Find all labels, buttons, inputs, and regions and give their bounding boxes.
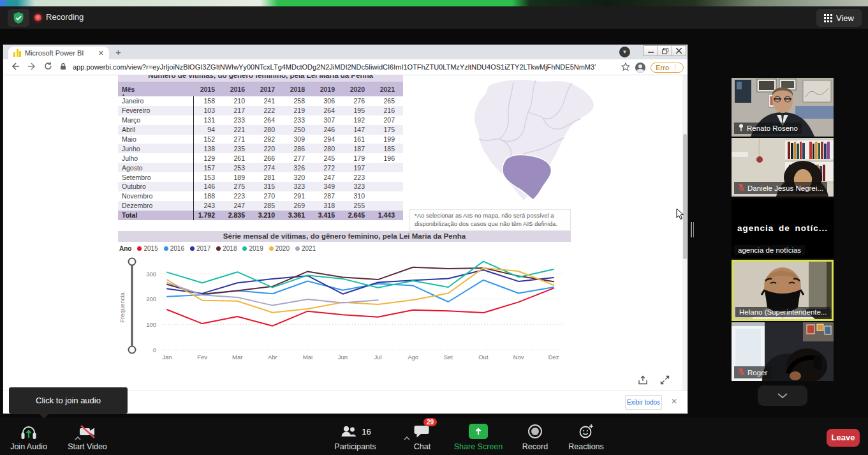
- profile-avatar-icon[interactable]: [635, 63, 645, 73]
- back-icon[interactable]: [11, 63, 20, 72]
- table-row[interactable]: Dezembro243247285269318255: [118, 201, 403, 211]
- table-body: Janeiro158210241258306276265Fevereiro103…: [118, 96, 403, 211]
- participant-tile-helano-speaking[interactable]: Helano (Superintendente...: [732, 260, 834, 321]
- bookmark-star-icon[interactable]: [621, 62, 630, 73]
- legend-item-2021[interactable]: 2021: [295, 245, 316, 252]
- x-axis-tick: Mai: [303, 354, 313, 361]
- table-cell: 221: [223, 126, 253, 133]
- table-header-2019[interactable]: 2019: [313, 86, 343, 93]
- y-axis-label: Frequencia: [119, 292, 126, 323]
- legend-label: 2017: [196, 245, 210, 252]
- legend-item-2017[interactable]: 2017: [190, 245, 210, 252]
- new-tab-button[interactable]: +: [115, 47, 121, 57]
- legend-label: 2020: [276, 245, 290, 252]
- participant-tile-daniele[interactable]: Daniele Jesus Negrei...: [732, 138, 834, 197]
- table-cell: 277: [283, 154, 313, 162]
- series-line-2020[interactable]: [167, 268, 554, 313]
- table-header-2017[interactable]: 2017: [253, 86, 283, 93]
- join-audio-tooltip: Click to join audio: [9, 387, 128, 414]
- table-total-row[interactable]: Total1.7922.8353.2103.3613.4152.6451.443: [118, 211, 403, 221]
- table-total-cell: 3.415: [313, 211, 343, 219]
- browser-error-menu-button[interactable]: Erro ⋮: [651, 63, 684, 73]
- legend-label: 2021: [302, 245, 316, 252]
- table-cell: 241: [253, 97, 283, 105]
- collapse-videos-button[interactable]: [758, 385, 807, 406]
- victims-table[interactable]: Número de vítimas, do gênero feminino, p…: [118, 75, 403, 220]
- window-close-button[interactable]: [672, 45, 686, 56]
- browser-window: Microsoft Power BI ✕ + ▼ app.powerbi.com…: [3, 45, 688, 414]
- table-header-2021[interactable]: 2021: [373, 86, 403, 93]
- table-row[interactable]: Outubro146275315323349323: [118, 182, 403, 191]
- reload-icon[interactable]: [44, 62, 52, 72]
- table-header-Mês[interactable]: Mês▲: [118, 86, 193, 93]
- reactions-button[interactable]: Reactions: [551, 422, 621, 451]
- table-cell: 265: [373, 97, 403, 105]
- start-video-label: Start Video: [68, 442, 107, 451]
- table-row[interactable]: Fevereiro103217222219264195216: [118, 106, 403, 116]
- table-row[interactable]: Setembro153189281320247223: [118, 172, 403, 182]
- range-slider-handle-bottom[interactable]: [129, 347, 136, 354]
- participant-tile-renato[interactable]: Renato Roseno: [732, 78, 834, 137]
- chart-series-lines: [167, 262, 554, 326]
- line-chart[interactable]: Frequencia 0100200300 JanFevMarAbrMaiJun…: [118, 257, 571, 368]
- forward-icon[interactable]: [27, 63, 36, 72]
- legend-item-2020[interactable]: 2020: [269, 245, 290, 252]
- participant-tile-roger[interactable]: Roger: [732, 322, 834, 381]
- table-header-2018[interactable]: 2018: [283, 86, 313, 93]
- table-total-cell: 3.361: [283, 211, 313, 219]
- participant-tile-agencia[interactable]: agencia de notíc... agencia de notícias: [732, 198, 834, 258]
- footer-close-icon[interactable]: ✕: [671, 397, 677, 406]
- ais-map[interactable]: [411, 77, 654, 207]
- legend-item-2019[interactable]: 2019: [242, 245, 263, 252]
- table-cell: 247: [313, 174, 343, 181]
- panel-resize-handle[interactable]: [691, 222, 695, 240]
- table-row[interactable]: Julho129261266277245179196: [118, 153, 403, 163]
- security-shield-icon[interactable]: [8, 9, 29, 27]
- table-cell: Abril: [118, 126, 193, 133]
- tab-close-icon[interactable]: ✕: [98, 49, 104, 57]
- series-line-2018[interactable]: [167, 267, 554, 294]
- table-cell: 222: [253, 107, 283, 114]
- view-button[interactable]: View: [816, 9, 862, 27]
- table-total-cell: 1.443: [373, 211, 403, 219]
- lock-icon[interactable]: [60, 63, 66, 72]
- x-axis-tick: Jun: [338, 354, 348, 361]
- table-row[interactable]: Março131233264233307192207: [118, 116, 403, 125]
- scrollbar-thumb[interactable]: [683, 134, 687, 259]
- legend-dot: [164, 246, 168, 251]
- table-row[interactable]: Novembro188223270291287310: [118, 191, 403, 201]
- series-line-2017[interactable]: [167, 270, 554, 294]
- meeting-toolbar: Join Audio Start Video 16: [0, 418, 868, 455]
- fullscreen-expand-icon[interactable]: [660, 375, 670, 387]
- kebab-menu-icon: ⋮: [672, 64, 679, 71]
- table-row[interactable]: Junho138235220286280187185: [118, 144, 403, 153]
- muted-mic-icon: [738, 183, 745, 193]
- table-header-2016[interactable]: 2016: [223, 86, 253, 93]
- participants-button[interactable]: 16 Participants: [320, 422, 390, 451]
- table-header-2015[interactable]: 2015: [193, 86, 223, 93]
- show-all-button[interactable]: Exibir todos: [625, 395, 662, 410]
- series-line-2015[interactable]: [167, 288, 554, 326]
- legend-item-2015[interactable]: 2015: [137, 245, 158, 252]
- legend-item-2018[interactable]: 2018: [216, 245, 237, 252]
- window-minimize-button[interactable]: [644, 45, 658, 56]
- start-video-button[interactable]: Start Video: [52, 422, 122, 451]
- table-header-2020[interactable]: 2020: [343, 86, 373, 93]
- leave-button[interactable]: Leave: [827, 429, 860, 447]
- table-row[interactable]: Agosto157253274326272197: [118, 163, 403, 172]
- browser-tab[interactable]: Microsoft Power BI ✕: [8, 47, 109, 59]
- url-text[interactable]: app.powerbi.com/view?r=eyJrIjoiNzBlOGI3Z…: [73, 63, 596, 71]
- share-visual-icon[interactable]: [638, 375, 649, 387]
- table-cell: Março: [118, 116, 193, 124]
- table-row[interactable]: Maio152271292309294161199: [118, 135, 403, 144]
- legend-dot: [242, 246, 247, 251]
- legend-item-2016[interactable]: 2016: [164, 245, 184, 252]
- table-row[interactable]: Janeiro158210241258306276265: [118, 96, 403, 106]
- table-cell: 223: [223, 192, 253, 200]
- annotation-dropdown-icon[interactable]: ▼: [619, 47, 630, 57]
- window-restore-button[interactable]: [658, 45, 672, 56]
- table-cell: 275: [223, 183, 253, 190]
- reactions-label: Reactions: [568, 442, 604, 451]
- range-slider-handle-top[interactable]: [129, 258, 136, 265]
- table-row[interactable]: Abril94221280250246147175: [118, 125, 403, 135]
